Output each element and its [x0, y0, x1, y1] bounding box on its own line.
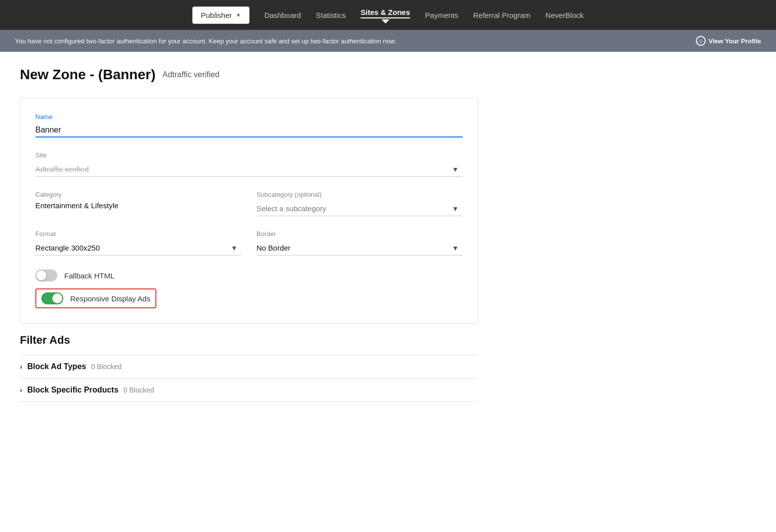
- category-value: Entertainment & Lifestyle: [35, 201, 242, 210]
- subcategory-caret-icon: ▼: [452, 205, 459, 213]
- format-select[interactable]: Rectangle 300x250 ▼: [35, 241, 242, 256]
- category-subcategory-row: Category Entertainment & Lifestyle Subca…: [35, 191, 463, 230]
- border-caret-icon: ▼: [452, 244, 459, 252]
- subcategory-select[interactable]: Select a subcategory ▼: [257, 201, 463, 216]
- responsive-ads-label: Responsive Display Ads: [70, 294, 150, 303]
- block-specific-products-row[interactable]: › Block Specific Products 0 Blocked: [20, 378, 478, 402]
- name-label: Name: [35, 113, 463, 121]
- nav-link-neverblock[interactable]: NeverBlock: [545, 11, 584, 19]
- format-border-row: Format Rectangle 300x250 ▼ Border No Bor…: [35, 230, 463, 269]
- subcategory-label: Subcategory (optional): [257, 191, 463, 198]
- view-profile-button[interactable]: ☺ View Your Profile: [696, 36, 761, 46]
- name-input[interactable]: [35, 124, 463, 137]
- nav-link-statistics[interactable]: Statistics: [316, 11, 346, 19]
- border-label: Border: [257, 230, 463, 238]
- responsive-ads-highlight: Responsive Display Ads: [35, 288, 156, 308]
- block-ad-types-chevron-icon: ›: [20, 363, 22, 371]
- top-navigation: Publisher ▼ Dashboard Statistics Sites &…: [0, 0, 776, 30]
- page-title: New Zone - (Banner) Adtraffic verified: [20, 67, 478, 83]
- fallback-html-row: Fallback HTML: [35, 269, 463, 281]
- nav-links: Dashboard Statistics Sites & Zones Payme…: [264, 8, 584, 22]
- fallback-html-toggle[interactable]: [35, 269, 57, 281]
- site-field: Site Adtraffic verified ▼: [35, 151, 463, 177]
- nav-link-referral[interactable]: Referral Program: [473, 11, 530, 19]
- format-label: Format: [35, 230, 242, 238]
- format-caret-icon: ▼: [231, 244, 238, 252]
- responsive-ads-toggle[interactable]: [41, 292, 63, 304]
- verified-badge: Adtraffic verified: [162, 70, 219, 79]
- format-field: Format Rectangle 300x250 ▼: [35, 230, 242, 256]
- responsive-ads-row: Responsive Display Ads: [41, 292, 150, 304]
- site-select[interactable]: Adtraffic verified ▼: [35, 162, 463, 177]
- block-ad-types-row[interactable]: › Block Ad Types 0 Blocked: [20, 355, 478, 378]
- block-specific-products-chevron-icon: ›: [20, 386, 22, 394]
- view-profile-label: View Your Profile: [709, 37, 761, 45]
- format-value: Rectangle 300x250: [35, 244, 242, 252]
- alert-banner: You have not configured two-factor authe…: [0, 30, 776, 52]
- alert-message: You have not configured two-factor authe…: [15, 37, 396, 45]
- block-specific-products-badge: 0 Blocked: [124, 386, 154, 394]
- block-specific-products-label: Block Specific Products: [27, 386, 119, 395]
- site-caret-icon: ▼: [452, 165, 459, 173]
- category-field: Category Entertainment & Lifestyle: [35, 191, 242, 216]
- subcategory-field: Subcategory (optional) Select a subcateg…: [257, 191, 463, 216]
- responsive-ads-toggle-knob: [52, 293, 62, 303]
- publisher-label: Publisher: [201, 11, 232, 19]
- nav-link-sites-zones[interactable]: Sites & Zones: [361, 8, 410, 18]
- fallback-html-label: Fallback HTML: [64, 271, 115, 280]
- profile-icon: ☺: [696, 36, 706, 46]
- site-value: Adtraffic verified: [35, 165, 463, 173]
- filter-ads-title: Filter Ads: [20, 334, 478, 347]
- border-select[interactable]: No Border ▼: [257, 241, 463, 256]
- border-value: No Border: [257, 244, 463, 252]
- publisher-caret-icon: ▼: [236, 12, 241, 18]
- block-ad-types-badge: 0 Blocked: [91, 363, 122, 371]
- nav-link-dashboard[interactable]: Dashboard: [264, 11, 301, 19]
- name-field: Name: [35, 113, 463, 137]
- subcategory-value: Select a subcategory: [257, 204, 463, 213]
- fallback-html-toggle-knob: [36, 270, 46, 280]
- main-content: New Zone - (Banner) Adtraffic verified N…: [0, 52, 498, 417]
- publisher-button[interactable]: Publisher ▼: [192, 6, 249, 24]
- nav-link-payments[interactable]: Payments: [425, 11, 458, 19]
- category-label: Category: [35, 191, 242, 198]
- border-field: Border No Border ▼: [257, 230, 463, 256]
- page-title-text: New Zone - (Banner): [20, 67, 155, 83]
- block-ad-types-label: Block Ad Types: [27, 362, 86, 371]
- form-card: Name Site Adtraffic verified ▼ Category …: [20, 98, 478, 324]
- nav-active-indicator: [382, 19, 389, 23]
- site-label: Site: [35, 151, 463, 159]
